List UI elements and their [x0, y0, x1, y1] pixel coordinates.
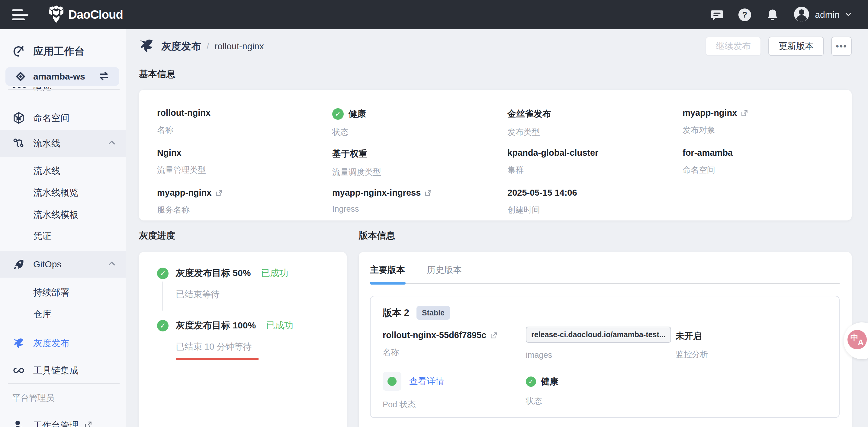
- daocloud-logo[interactable]: DaoCloud: [48, 5, 123, 24]
- step-status: 已成功: [261, 267, 288, 279]
- version-title: 版本 2: [383, 307, 409, 319]
- username: admin: [815, 10, 840, 20]
- bird-icon: [13, 337, 25, 349]
- step-status: 已成功: [266, 319, 293, 332]
- version-tabs: 主要版本 历史版本: [370, 264, 484, 284]
- tab-main-version[interactable]: 主要版本: [370, 264, 405, 284]
- step-success-icon: ✓: [157, 320, 168, 332]
- progress-title: 灰度进度: [139, 230, 175, 242]
- external-link-icon[interactable]: [424, 189, 432, 197]
- chevron-down-icon: [844, 10, 852, 19]
- bell-icon[interactable]: [765, 7, 780, 23]
- basic-info-card: rollout-nginx 名称 ✓ 健康 状态 金丝雀发布 发布类型 m: [139, 90, 852, 221]
- tab-track: [370, 283, 840, 284]
- field-release-type: 金丝雀发布: [507, 108, 677, 120]
- topbar-right: ? admin: [697, 6, 852, 23]
- sidebar-divider: [8, 89, 120, 90]
- menu-icon[interactable]: [12, 7, 29, 23]
- workspace-selector[interactable]: amamba-ws: [5, 67, 119, 86]
- sidebar-item-workbench-admin[interactable]: 工作台管理: [0, 417, 126, 427]
- monitor-analysis: 未开启: [676, 330, 708, 342]
- step-success-icon: ✓: [157, 267, 168, 279]
- continue-release-button[interactable]: 继续发布: [706, 36, 761, 56]
- stable-badge: Stable: [416, 306, 450, 320]
- sidebar-divider: [8, 383, 120, 384]
- field-service-name[interactable]: myapp-nginx: [157, 188, 326, 198]
- field-created-at: 2025-05-15 14:06: [507, 188, 677, 198]
- overview-icon: [13, 87, 26, 88]
- user-menu[interactable]: admin: [794, 6, 852, 23]
- sidebar-app-workbench-label: 应用工作台: [33, 45, 85, 58]
- external-link-icon[interactable]: [215, 189, 223, 197]
- daocloud-console: DaoCloud ?: [0, 0, 868, 427]
- field-namespace: for-amamba: [683, 148, 852, 158]
- sidebar-item-gray-release[interactable]: 灰度发布: [0, 334, 126, 352]
- view-details-link[interactable]: 查看详情: [409, 375, 444, 388]
- sidebar-item-pipeline-template[interactable]: 流水线模板: [33, 209, 79, 221]
- sidebar-item-pipeline[interactable]: 流水线: [33, 165, 60, 177]
- progress-step-1: ✓ 灰度发布目标 50% 已成功 已结束等待: [139, 267, 347, 301]
- avatar: [794, 6, 809, 23]
- external-link-icon[interactable]: [490, 332, 498, 339]
- header-actions: 继续发布 更新版本 •••: [706, 36, 852, 56]
- field-release-target[interactable]: myapp-nginx: [683, 108, 852, 118]
- more-actions-button[interactable]: •••: [831, 36, 852, 56]
- breadcrumb-section[interactable]: 灰度发布: [161, 39, 201, 53]
- chevron-up-icon: [107, 138, 116, 148]
- field-status: ✓ 健康: [332, 108, 501, 120]
- workbench-icon: [13, 45, 25, 57]
- version-2-card: 版本 2 Stable rollout-nginx-55d6f7895c 名称 …: [370, 296, 840, 418]
- sidebar-group-pipeline[interactable]: 流水线: [0, 130, 126, 156]
- namespace-icon: [13, 112, 25, 124]
- progress-step-2: ✓ 灰度发布目标 100% 已成功 已结束 10 分钟等待: [139, 319, 347, 360]
- progress-card: ✓ 灰度发布目标 50% 已成功 已结束等待 ✓ 灰度发布目标 100% 已成功…: [139, 252, 347, 427]
- sidebar-section-platform-admin: 平台管理员: [12, 392, 54, 404]
- version-name[interactable]: rollout-nginx-55d6f7895c: [383, 330, 498, 340]
- help-icon[interactable]: ?: [737, 7, 753, 23]
- gray-release-bird-icon: [139, 38, 155, 55]
- sidebar-item-overview-clipped[interactable]: 概览: [0, 87, 114, 94]
- external-link-icon: [84, 421, 92, 427]
- rocket-icon: [13, 258, 25, 271]
- tab-history-version[interactable]: 历史版本: [427, 264, 462, 284]
- update-version-button[interactable]: 更新版本: [768, 36, 824, 56]
- field-ingress[interactable]: myapp-nginx-ingress: [332, 188, 501, 198]
- brand-name: DaoCloud: [68, 8, 123, 22]
- breadcrumb-current: rollout-nginx: [214, 41, 264, 51]
- translate-button[interactable]: 中 A: [847, 330, 867, 349]
- field-traffic-schedule: 基于权重: [332, 148, 501, 160]
- main-content: 灰度发布 / rollout-nginx 继续发布 更新版本 ••• 基本信息 …: [126, 29, 868, 427]
- field-name: rollout-nginx: [157, 108, 326, 118]
- sidebar-item-app-workbench[interactable]: 应用工作台: [0, 41, 126, 62]
- infinity-icon: [13, 364, 25, 376]
- top-bar: DaoCloud ?: [0, 0, 868, 29]
- field-traffic-mgmt: Nginx: [157, 148, 326, 158]
- sidebar-item-pipeline-overview[interactable]: 流水线概览: [33, 187, 79, 199]
- versions-card: 主要版本 历史版本 版本 2 Stable rollout-nginx-55d6…: [359, 252, 852, 427]
- versions-title: 版本信息: [359, 230, 395, 242]
- version-status: ✓ 健康: [526, 376, 558, 388]
- success-check-icon: ✓: [332, 108, 344, 120]
- switch-workspace-icon[interactable]: [98, 70, 110, 83]
- workspace-icon: [14, 70, 27, 83]
- message-icon[interactable]: [709, 7, 725, 23]
- pipeline-icon: [13, 137, 25, 149]
- basic-info-title: 基本信息: [139, 68, 175, 80]
- external-link-icon[interactable]: [741, 109, 748, 117]
- pod-status-dot: [383, 372, 401, 391]
- sidebar-item-toolchain[interactable]: 工具链集成: [0, 361, 126, 379]
- sidebar: 应用工作台 amamba-ws 概览: [0, 29, 126, 427]
- step-note: 已结束 10 分钟等待: [176, 341, 252, 353]
- svg-text:?: ?: [742, 10, 747, 19]
- sidebar-group-gitops[interactable]: GitOps: [0, 251, 126, 278]
- breadcrumb: 灰度发布 / rollout-nginx: [139, 36, 264, 57]
- person-icon: [13, 420, 25, 427]
- daocloud-logo-icon: [48, 5, 64, 24]
- field-cluster: kpanda-global-cluster: [507, 148, 677, 158]
- image-tag[interactable]: release-ci.daocloud.io/amamba-test...: [526, 326, 671, 343]
- sidebar-item-namespace[interactable]: 命名空间: [0, 109, 126, 127]
- sidebar-item-credentials[interactable]: 凭证: [33, 230, 51, 242]
- sidebar-item-continuous-deploy[interactable]: 持续部署: [33, 286, 69, 299]
- pod-status: 查看详情: [383, 372, 444, 391]
- sidebar-item-repository[interactable]: 仓库: [33, 308, 51, 320]
